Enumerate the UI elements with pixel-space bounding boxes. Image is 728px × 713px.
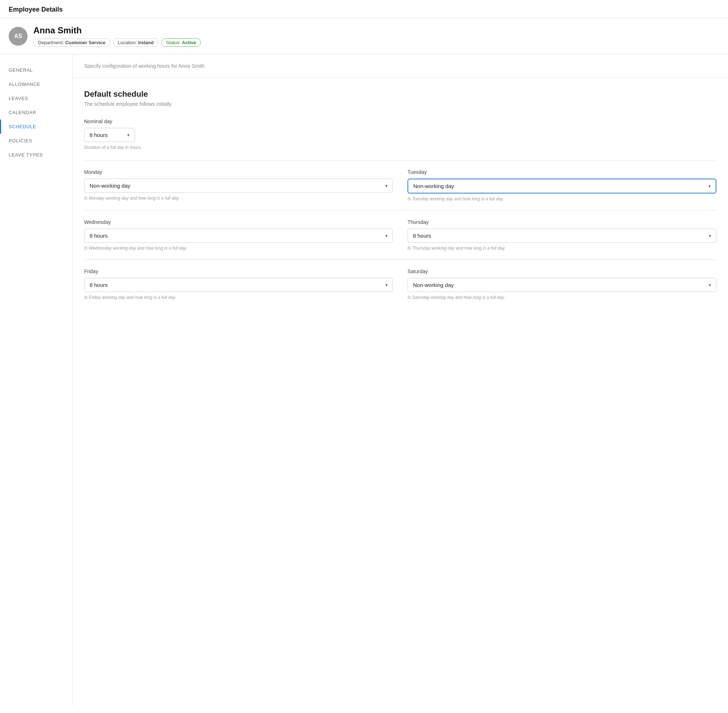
chevron-down-icon: ▾ xyxy=(386,283,387,288)
status-label: Status: xyxy=(166,40,181,45)
sidebar-item-calendar[interactable]: CALENDAR xyxy=(0,106,72,119)
tuesday-select[interactable]: Non-working day ▾ xyxy=(408,179,716,194)
wednesday-label: Wednesday xyxy=(84,219,393,225)
divider-1 xyxy=(84,160,716,161)
saturday-label: Saturday xyxy=(408,268,716,274)
employee-badges: Department: Customer Service Location: I… xyxy=(33,39,201,47)
friday-value: 8 hours xyxy=(90,282,108,288)
nominal-day-group: Nominal day 8 hours ▾ Duration of a full… xyxy=(84,118,716,150)
status-value: Active xyxy=(182,40,196,45)
saturday-value: Non-working day xyxy=(413,282,454,288)
sidebar-item-schedule[interactable]: SCHEDULE xyxy=(0,119,72,134)
friday-field: Friday 8 hours ▾ Is Friday working day a… xyxy=(84,268,393,300)
tuesday-label: Tuesday xyxy=(408,169,716,175)
department-value: Customer Service xyxy=(65,40,106,45)
location-value: Ireland xyxy=(138,40,154,45)
saturday-select[interactable]: Non-working day ▾ xyxy=(408,278,716,292)
schedule-title: Default schedule xyxy=(84,89,716,99)
thursday-value: 8 hours xyxy=(413,233,431,239)
department-badge: Department: Customer Service xyxy=(33,39,110,47)
wednesday-hint: Is Wednesday working day and how long is… xyxy=(84,246,393,251)
status-badge: Status: Active xyxy=(161,39,201,47)
monday-field: Monday Non-working day ▾ Is Monday worki… xyxy=(84,169,393,201)
wednesday-field: Wednesday 8 hours ▾ Is Wednesday working… xyxy=(84,219,393,251)
saturday-field: Saturday Non-working day ▾ Is Saturday w… xyxy=(408,268,716,300)
chevron-down-icon: ▾ xyxy=(386,183,387,188)
monday-select[interactable]: Non-working day ▾ xyxy=(84,179,393,193)
friday-select[interactable]: 8 hours ▾ xyxy=(84,278,393,292)
nominal-day-value: 8 hours xyxy=(90,132,108,138)
nominal-day-label: Nominal day xyxy=(84,118,716,124)
thursday-hint: Is Thursday working day and how long is … xyxy=(408,246,716,251)
sidebar-item-leave-types[interactable]: LEAVE TYPES xyxy=(0,148,72,162)
wednesday-thursday-row: Wednesday 8 hours ▾ Is Wednesday working… xyxy=(84,219,716,260)
location-label: Location: xyxy=(118,40,137,45)
wednesday-select[interactable]: 8 hours ▾ xyxy=(84,228,393,243)
chevron-down-icon: ▾ xyxy=(709,233,711,239)
avatar: AS xyxy=(9,27,28,46)
info-banner: Specify configuration of working hours f… xyxy=(73,54,728,78)
chevron-down-icon: ▾ xyxy=(127,133,129,138)
saturday-hint: Is Saturday working day and how long is … xyxy=(408,295,716,300)
sidebar: GENERAL ALLOWANCE LEAVES CALENDAR SCHEDU… xyxy=(0,54,73,706)
page-title: Employee Details xyxy=(9,6,63,13)
monday-value: Non-working day xyxy=(90,183,130,189)
employee-name: Anna Smith xyxy=(33,25,201,36)
sidebar-item-general[interactable]: GENERAL xyxy=(0,63,72,77)
tuesday-value: Non-working day xyxy=(413,183,454,189)
page-header: Employee Details xyxy=(0,0,728,18)
monday-hint: Is Monday working day and how long is a … xyxy=(84,195,393,201)
friday-label: Friday xyxy=(84,268,393,274)
chevron-down-icon: ▾ xyxy=(709,184,711,189)
monday-label: Monday xyxy=(84,169,393,175)
monday-tuesday-row: Monday Non-working day ▾ Is Monday worki… xyxy=(84,169,716,210)
thursday-select[interactable]: 8 hours ▾ xyxy=(408,228,716,243)
sidebar-item-policies[interactable]: POLICIES xyxy=(0,134,72,148)
department-label: Department: xyxy=(38,40,64,45)
wednesday-value: 8 hours xyxy=(90,233,108,239)
friday-hint: Is Friday working day and how long is a … xyxy=(84,295,393,300)
employee-section: AS Anna Smith Department: Customer Servi… xyxy=(0,18,728,54)
main-layout: GENERAL ALLOWANCE LEAVES CALENDAR SCHEDU… xyxy=(0,54,728,706)
sidebar-item-leaves[interactable]: LEAVES xyxy=(0,91,72,106)
schedule-subtitle: The schedule employee follows initially xyxy=(84,101,716,107)
chevron-down-icon: ▾ xyxy=(386,233,387,239)
location-badge: Location: Ireland xyxy=(113,39,158,47)
content-area: Specify configuration of working hours f… xyxy=(73,54,728,706)
nominal-day-hint: Duration of a full day in hours. xyxy=(84,145,716,150)
nominal-day-select[interactable]: 8 hours ▾ xyxy=(84,128,135,142)
tuesday-field: Tuesday Non-working day ▾ Is Tuesday wor… xyxy=(408,169,716,201)
employee-info: Anna Smith Department: Customer Service … xyxy=(33,25,201,47)
thursday-field: Thursday 8 hours ▾ Is Thursday working d… xyxy=(408,219,716,251)
thursday-label: Thursday xyxy=(408,219,716,225)
sidebar-item-allowance[interactable]: ALLOWANCE xyxy=(0,77,72,91)
schedule-section: Default schedule The schedule employee f… xyxy=(73,78,728,329)
friday-saturday-row: Friday 8 hours ▾ Is Friday working day a… xyxy=(84,268,716,309)
tuesday-hint: Is Tuesday working day and how long is a… xyxy=(408,196,716,201)
chevron-down-icon: ▾ xyxy=(709,283,711,288)
